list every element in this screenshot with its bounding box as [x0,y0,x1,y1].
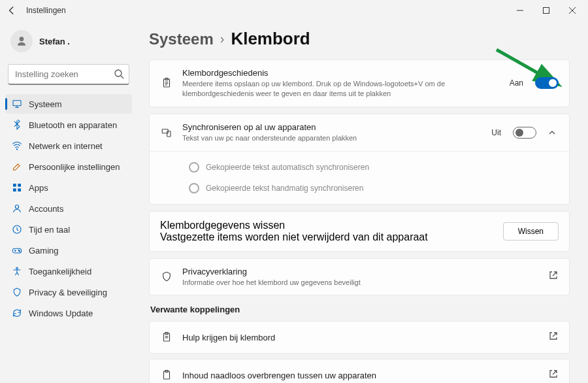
close-button[interactable] [559,0,585,21]
radio-label: Gekopieerde tekst handmatig synchroniser… [206,184,363,193]
svg-point-18 [19,251,20,252]
bluetooth-icon [12,120,22,130]
expand-button[interactable] [546,129,559,137]
clipboard-icon [160,77,173,89]
svg-rect-8 [13,184,16,187]
devices-sync-icon [160,127,173,139]
toggle-state: Uit [491,128,501,137]
setting-subtitle: Meerdere items opslaan op uw klembord. D… [182,79,500,99]
svg-point-7 [16,149,17,150]
person-icon [15,35,28,48]
sidebar: Stefan . SysteemBluetooth en apparatenNe… [0,21,137,383]
gaming-icon [12,245,22,256]
external-link-icon [548,369,559,382]
accounts-icon [12,203,22,214]
radio-sync-auto[interactable]: Gekopieerde tekst automatisch synchronis… [150,157,569,178]
svg-rect-10 [13,188,16,192]
clipboard-icon [160,331,173,343]
personalize-icon [12,161,22,172]
sidebar-item-accounts[interactable]: Accounts [5,199,132,218]
sidebar-item-label: Netwerk en internet [29,141,103,151]
setting-title: Synchroniseren op al uw apparaten [182,122,482,132]
privacy-icon [12,287,22,297]
back-button[interactable] [3,1,21,20]
setting-privacy[interactable]: Privacyverklaring Informatie over hoe he… [149,258,570,296]
sidebar-item-label: Toegankelijkheid [29,267,91,276]
sidebar-item-privacy[interactable]: Privacy & beveiliging [5,282,132,302]
setting-subtitle: Tekst van uw pc naar ondersteunde appara… [182,133,482,143]
setting-title: Privacyverklaring [182,267,539,276]
external-link-icon [548,270,559,283]
toggle-sync[interactable] [513,127,536,139]
page-title: Klembord [231,29,310,49]
chevron-right-icon: › [220,31,225,46]
shield-icon [160,271,173,282]
maximize-button[interactable] [533,0,559,21]
sidebar-item-accessibility[interactable]: Toegankelijkheid [5,261,132,281]
sidebar-item-personalize[interactable]: Persoonlijke instellingen [5,157,132,176]
svg-rect-11 [18,188,21,192]
toggle-history[interactable] [535,77,559,89]
sidebar-item-bluetooth[interactable]: Bluetooth en apparaten [5,115,132,135]
svg-rect-1 [544,8,549,14]
link-label: Hulp krijgen bij klembord [182,333,539,342]
svg-point-19 [16,267,18,269]
sidebar-item-label: Persoonlijke instellingen [29,162,120,172]
close-icon [569,7,576,14]
related-link-help[interactable]: Hulp krijgen bij klembord [150,322,569,353]
radio-icon [189,183,199,193]
setting-title: Klembordgegevens wissen [160,220,494,231]
breadcrumb: Systeem › Klembord [149,29,570,49]
titlebar: Instellingen [0,0,588,21]
sidebar-item-apps[interactable]: Apps [5,178,132,197]
nav-list: SysteemBluetooth en apparatenNetwerk en … [5,94,132,323]
sidebar-item-gaming[interactable]: Gaming [5,241,132,260]
svg-point-2 [115,70,122,76]
search-icon [114,69,124,82]
sidebar-item-label: Tijd en taal [29,225,70,235]
sidebar-item-time[interactable]: Tijd en taal [5,220,132,239]
svg-point-12 [15,205,18,208]
radio-sync-manual[interactable]: Gekopieerde tekst handmatig synchroniser… [150,178,569,199]
svg-line-3 [121,76,123,78]
user-profile[interactable]: Stefan . [5,26,132,60]
clear-button[interactable]: Wissen [503,222,559,241]
arrow-left-icon [7,6,16,15]
related-link-transfer[interactable]: Inhoud naadloos overbrengen tussen uw ap… [150,359,569,383]
sidebar-item-label: Bluetooth en apparaten [29,120,117,130]
sidebar-item-label: Accounts [29,204,63,214]
setting-subtitle: Informatie over hoe het klembord uw gege… [182,278,539,288]
maximize-icon [543,7,549,14]
sidebar-item-system[interactable]: Systeem [5,94,132,114]
sidebar-item-label: Apps [29,183,48,193]
accessibility-icon [12,266,22,276]
minimize-button[interactable] [507,0,533,21]
radio-icon [189,162,199,173]
search-input[interactable] [8,64,129,85]
svg-rect-27 [167,131,171,136]
time-icon [12,224,22,235]
radio-label: Gekopieerde tekst automatisch synchronis… [206,163,369,172]
svg-rect-4 [13,101,21,106]
section-heading: Verwante koppelingen [150,305,570,314]
apps-icon [12,182,22,193]
svg-point-17 [18,250,19,250]
sidebar-item-update[interactable]: Windows Update [5,303,132,323]
setting-subtitle: Vastgezette items worden niet verwijderd… [160,231,494,243]
setting-sync: Synchroniseren op al uw apparaten Tekst … [149,114,570,205]
chevron-up-icon [548,129,556,137]
window-title: Instellingen [26,6,66,15]
sidebar-item-label: Windows Update [29,308,93,318]
minimize-icon [517,7,523,14]
update-icon [12,308,22,318]
sidebar-item-network[interactable]: Netwerk en internet [5,136,132,156]
sidebar-item-label: Gaming [29,246,59,256]
svg-rect-9 [18,184,21,187]
system-icon [12,99,22,109]
sidebar-item-label: Systeem [29,99,62,109]
breadcrumb-parent[interactable]: Systeem [149,30,214,48]
clipboard-outline-icon [160,369,173,381]
network-icon [12,141,22,151]
setting-title: Klembordgeschiedenis [182,68,500,78]
main-content: Systeem › Klembord Klembordgeschiedenis … [137,21,588,383]
